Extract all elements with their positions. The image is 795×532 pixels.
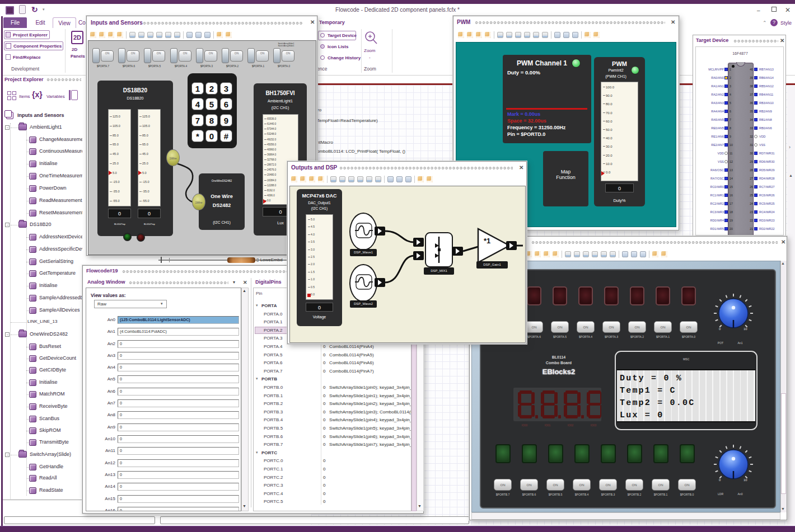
svg-text:*1: *1	[484, 237, 490, 245]
svg-text:0: 0	[719, 327, 721, 331]
svg-text:0: 0	[719, 478, 721, 482]
svg-text:10: 10	[743, 478, 747, 482]
svg-text:10: 10	[743, 327, 747, 331]
